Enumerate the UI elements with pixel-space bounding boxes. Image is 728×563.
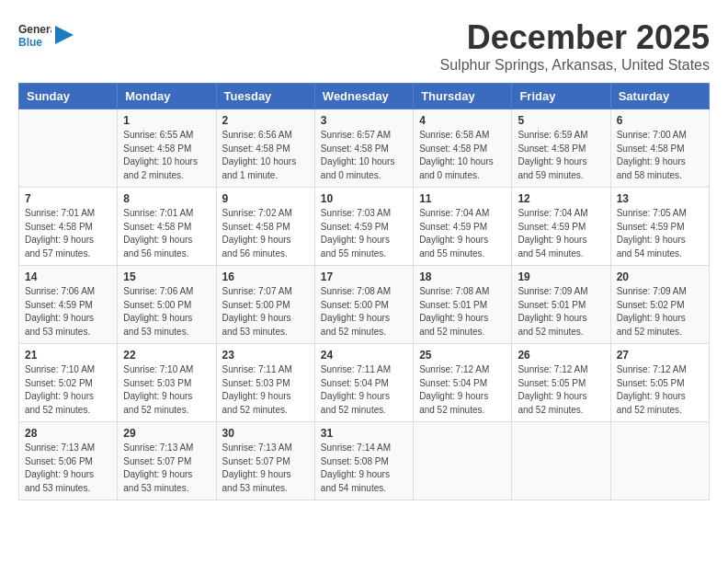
- daylight-hours: Daylight: 9 hours and 55 minutes.: [321, 235, 390, 259]
- calendar-cell: 22 Sunrise: 7:10 AM Sunset: 5:03 PM Dayl…: [118, 344, 216, 422]
- sunset-time: Sunset: 4:58 PM: [123, 222, 191, 232]
- day-number: 17: [321, 270, 407, 283]
- day-number: 15: [123, 270, 210, 283]
- sunset-time: Sunset: 5:01 PM: [518, 300, 586, 310]
- daylight-hours: Daylight: 10 hours and 0 minutes.: [321, 156, 395, 180]
- day-info: Sunrise: 7:12 AM Sunset: 5:04 PM Dayligh…: [419, 363, 506, 417]
- daylight-hours: Daylight: 9 hours and 53 minutes.: [222, 469, 291, 493]
- daylight-hours: Daylight: 9 hours and 52 minutes.: [321, 391, 390, 415]
- sunrise-time: Sunrise: 7:14 AM: [321, 442, 391, 453]
- daylight-hours: Daylight: 10 hours and 1 minute.: [222, 156, 297, 180]
- sunset-time: Sunset: 5:06 PM: [25, 456, 93, 466]
- day-number: 5: [518, 114, 604, 127]
- day-info: Sunrise: 7:10 AM Sunset: 5:03 PM Dayligh…: [123, 363, 210, 417]
- calendar-cell: 18 Sunrise: 7:08 AM Sunset: 5:01 PM Dayl…: [414, 266, 512, 344]
- day-info: Sunrise: 6:57 AM Sunset: 4:58 PM Dayligh…: [321, 129, 407, 182]
- day-number: 24: [321, 349, 407, 362]
- daylight-hours: Daylight: 9 hours and 53 minutes.: [25, 313, 94, 337]
- calendar-cell: 6 Sunrise: 7:00 AM Sunset: 4:58 PM Dayli…: [610, 109, 709, 188]
- sunset-time: Sunset: 5:03 PM: [123, 378, 191, 388]
- day-number: 9: [222, 192, 309, 205]
- calendar-cell: 23 Sunrise: 7:11 AM Sunset: 5:03 PM Dayl…: [216, 344, 314, 422]
- sunrise-time: Sunrise: 7:13 AM: [222, 442, 292, 453]
- calendar-cell: 30 Sunrise: 7:13 AM Sunset: 5:07 PM Dayl…: [216, 422, 314, 500]
- calendar-cell: 31 Sunrise: 7:14 AM Sunset: 5:08 PM Dayl…: [314, 422, 413, 500]
- day-info: Sunrise: 7:05 AM Sunset: 4:59 PM Dayligh…: [617, 207, 703, 260]
- day-info: Sunrise: 7:08 AM Sunset: 5:00 PM Dayligh…: [321, 285, 407, 339]
- day-number: 6: [617, 114, 703, 127]
- day-number: 22: [123, 349, 210, 362]
- sunrise-time: Sunrise: 7:01 AM: [25, 208, 95, 218]
- sunrise-time: Sunrise: 7:09 AM: [518, 286, 587, 296]
- day-info: Sunrise: 7:10 AM Sunset: 5:02 PM Dayligh…: [25, 363, 111, 417]
- daylight-hours: Daylight: 9 hours and 53 minutes.: [25, 469, 94, 493]
- calendar-cell: 2 Sunrise: 6:56 AM Sunset: 4:58 PM Dayli…: [216, 109, 314, 188]
- day-number: 29: [123, 427, 210, 440]
- sunset-time: Sunset: 5:05 PM: [617, 378, 685, 388]
- calendar-week-row: 21 Sunrise: 7:10 AM Sunset: 5:02 PM Dayl…: [19, 344, 710, 422]
- sunset-time: Sunset: 4:59 PM: [419, 222, 487, 232]
- sunset-time: Sunset: 5:00 PM: [321, 300, 389, 310]
- daylight-hours: Daylight: 9 hours and 58 minutes.: [617, 156, 686, 180]
- day-number: 16: [222, 270, 309, 283]
- calendar-week-row: 14 Sunrise: 7:06 AM Sunset: 4:59 PM Dayl…: [19, 266, 710, 344]
- logo: General Blue: [18, 18, 74, 52]
- sunset-time: Sunset: 5:08 PM: [321, 456, 389, 466]
- day-info: Sunrise: 7:03 AM Sunset: 4:59 PM Dayligh…: [321, 207, 407, 260]
- column-header-monday: Monday: [118, 84, 216, 109]
- sunrise-time: Sunrise: 7:04 AM: [518, 208, 587, 218]
- sunrise-time: Sunrise: 7:12 AM: [518, 364, 587, 374]
- day-info: Sunrise: 6:55 AM Sunset: 4:58 PM Dayligh…: [123, 129, 210, 182]
- sunrise-time: Sunrise: 6:55 AM: [123, 130, 193, 140]
- calendar-cell: 15 Sunrise: 7:06 AM Sunset: 5:00 PM Dayl…: [118, 266, 216, 344]
- day-info: Sunrise: 7:01 AM Sunset: 4:58 PM Dayligh…: [25, 207, 111, 260]
- calendar-cell: 28 Sunrise: 7:13 AM Sunset: 5:06 PM Dayl…: [19, 422, 118, 500]
- sunset-time: Sunset: 4:59 PM: [518, 222, 586, 232]
- day-number: 25: [419, 349, 506, 362]
- day-number: 8: [123, 192, 210, 205]
- daylight-hours: Daylight: 9 hours and 53 minutes.: [222, 313, 291, 337]
- calendar-cell: [610, 422, 709, 500]
- daylight-hours: Daylight: 9 hours and 52 minutes.: [419, 391, 488, 415]
- month-title: December 2025: [440, 18, 711, 57]
- sunset-time: Sunset: 4:58 PM: [123, 144, 191, 154]
- day-info: Sunrise: 7:06 AM Sunset: 5:00 PM Dayligh…: [123, 285, 210, 339]
- sunset-time: Sunset: 5:04 PM: [419, 378, 487, 388]
- day-number: 10: [321, 192, 407, 205]
- day-info: Sunrise: 6:58 AM Sunset: 4:58 PM Dayligh…: [419, 129, 506, 182]
- day-number: 11: [419, 192, 506, 205]
- sunset-time: Sunset: 4:58 PM: [419, 144, 487, 154]
- sunrise-time: Sunrise: 7:03 AM: [321, 208, 391, 218]
- calendar-cell: [19, 109, 118, 188]
- calendar-cell: 24 Sunrise: 7:11 AM Sunset: 5:04 PM Dayl…: [314, 344, 413, 422]
- daylight-hours: Daylight: 9 hours and 52 minutes.: [25, 391, 94, 415]
- daylight-hours: Daylight: 9 hours and 59 minutes.: [518, 156, 586, 180]
- daylight-hours: Daylight: 9 hours and 52 minutes.: [617, 313, 686, 337]
- day-number: 31: [321, 427, 407, 440]
- svg-text:Blue: Blue: [18, 36, 42, 49]
- daylight-hours: Daylight: 10 hours and 2 minutes.: [123, 156, 198, 180]
- calendar-cell: 26 Sunrise: 7:12 AM Sunset: 5:05 PM Dayl…: [512, 344, 610, 422]
- day-info: Sunrise: 7:09 AM Sunset: 5:02 PM Dayligh…: [617, 285, 703, 339]
- day-number: 4: [419, 114, 506, 127]
- daylight-hours: Daylight: 10 hours and 0 minutes.: [419, 156, 494, 180]
- sunrise-time: Sunrise: 7:06 AM: [123, 286, 193, 296]
- logo-arrow-icon: [55, 26, 74, 44]
- daylight-hours: Daylight: 9 hours and 55 minutes.: [419, 235, 488, 259]
- sunset-time: Sunset: 4:58 PM: [222, 222, 290, 232]
- sunrise-time: Sunrise: 6:58 AM: [419, 130, 489, 140]
- day-info: Sunrise: 7:11 AM Sunset: 5:03 PM Dayligh…: [222, 363, 309, 417]
- location-title: Sulphur Springs, Arkansas, United States: [440, 57, 711, 74]
- daylight-hours: Daylight: 9 hours and 56 minutes.: [123, 235, 192, 259]
- daylight-hours: Daylight: 9 hours and 52 minutes.: [617, 391, 686, 415]
- calendar-cell: 10 Sunrise: 7:03 AM Sunset: 4:59 PM Dayl…: [314, 188, 413, 266]
- daylight-hours: Daylight: 9 hours and 52 minutes.: [123, 391, 192, 415]
- sunrise-time: Sunrise: 6:56 AM: [222, 130, 292, 140]
- sunrise-time: Sunrise: 7:05 AM: [617, 208, 687, 218]
- calendar-week-row: 7 Sunrise: 7:01 AM Sunset: 4:58 PM Dayli…: [19, 188, 710, 266]
- calendar-cell: [414, 422, 512, 500]
- sunrise-time: Sunrise: 6:59 AM: [518, 130, 587, 140]
- sunset-time: Sunset: 4:58 PM: [321, 144, 389, 154]
- column-header-tuesday: Tuesday: [216, 84, 314, 109]
- day-info: Sunrise: 7:14 AM Sunset: 5:08 PM Dayligh…: [321, 442, 407, 495]
